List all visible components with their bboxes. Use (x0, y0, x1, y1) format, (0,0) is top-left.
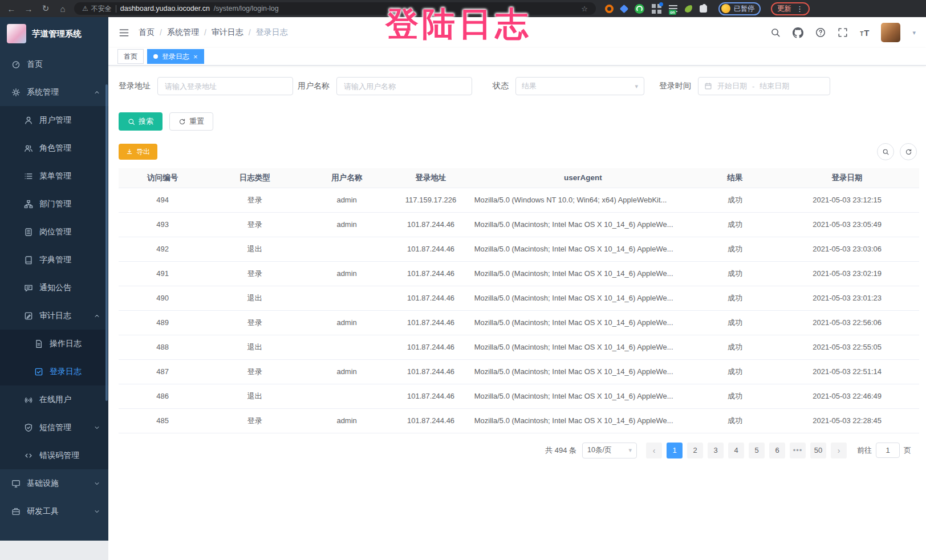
fullscreen-icon[interactable] (838, 27, 848, 38)
sidebar-item-role-management[interactable]: 角色管理 (0, 134, 108, 162)
browser-home-icon[interactable]: ⌂ (57, 4, 68, 14)
avatar-caret-down-icon[interactable]: ▾ (912, 29, 916, 36)
help-icon[interactable] (815, 27, 826, 38)
sidebar-item-dev-tools[interactable]: 研发工具 (0, 497, 108, 525)
table-row[interactable]: 489登录admin101.87.244.46Mozilla/5.0 (Maci… (119, 310, 919, 335)
users-icon (24, 144, 33, 153)
reset-button[interactable]: 重置 (169, 112, 213, 131)
bookmark-star-icon[interactable]: ☆ (581, 5, 588, 13)
sidebar-item-label: 基础设施 (27, 478, 59, 489)
app-logo-row[interactable]: 芋道管理系统 (0, 17, 108, 50)
table-row[interactable]: 485登录admin101.87.244.46Mozilla/5.0 (Maci… (119, 408, 919, 433)
sidebar-item-dict-management[interactable]: 字典管理 (0, 246, 108, 274)
wellness-extension-icon[interactable] (635, 4, 644, 14)
puzzle-extension-icon[interactable] (700, 5, 707, 13)
table-row[interactable]: 490退出101.87.244.46Mozilla/5.0 (Macintosh… (119, 286, 919, 310)
sidebar-item-audit-log[interactable]: 审计日志 (0, 302, 108, 330)
search-button[interactable]: 搜索 (119, 112, 163, 131)
pagination-page-button[interactable]: 50 (810, 443, 826, 458)
column-header-5[interactable]: userAgent (471, 168, 695, 188)
browser-back-icon[interactable]: ← (6, 4, 17, 14)
chevron-down-icon (94, 508, 100, 515)
tab-close-icon[interactable]: × (193, 52, 198, 61)
status-select[interactable]: 结果 ▾ (515, 77, 644, 95)
pagination-page-button[interactable]: 6 (769, 443, 785, 458)
pagination-page-button[interactable]: 1 (667, 443, 683, 458)
sidebar-item-menu-management[interactable]: 菜单管理 (0, 162, 108, 190)
adblock-extension-icon[interactable] (605, 5, 614, 13)
pagination-page-button[interactable]: 5 (749, 443, 765, 458)
leaf-extension-icon[interactable] (685, 5, 692, 13)
tab-login-log[interactable]: 登录日志× (147, 49, 204, 64)
table-row[interactable]: 492退出101.87.244.46Mozilla/5.0 (Macintosh… (119, 237, 919, 261)
profile-paused-chip[interactable]: 已暂停 (718, 2, 761, 15)
filter-form: 登录地址 用户名称 状态 结果 ▾ 登录时间 开始日期 - 结束日期 (119, 77, 919, 95)
sidebar-item-label: 在线用户 (39, 395, 71, 405)
sidebar-item-system-management[interactable]: 系统管理 (0, 78, 108, 106)
calendar-icon (704, 82, 712, 90)
column-header-4[interactable]: 登录地址 (391, 168, 470, 188)
browser-forward-icon[interactable]: → (23, 4, 34, 14)
sidebar-item-notice-announcement[interactable]: 通知公告 (0, 274, 108, 302)
pagination-page-button[interactable]: 2 (687, 443, 703, 458)
column-header-1[interactable]: 访问编号 (119, 168, 206, 188)
jump-suffix: 页 (904, 445, 911, 456)
search-icon[interactable] (770, 27, 781, 38)
breadcrumb-item[interactable]: 登录日志 (256, 27, 288, 38)
tab-home[interactable]: 首页 (117, 49, 144, 64)
sidebar-item-user-management[interactable]: 用户管理 (0, 106, 108, 134)
pagination-page-button[interactable]: 4 (728, 443, 744, 458)
sidebar-item-post-management[interactable]: 岗位管理 (0, 218, 108, 246)
column-header-3[interactable]: 用户名称 (303, 168, 391, 188)
breadcrumb-item[interactable]: 首页 (139, 27, 155, 38)
table-row[interactable]: 486退出101.87.244.46Mozilla/5.0 (Macintosh… (119, 384, 919, 408)
browser-menu-icon[interactable]: ⋮ (796, 5, 803, 13)
sidebar-item-error-code-management[interactable]: 错误码管理 (0, 441, 108, 469)
sidebar-menu: 首页系统管理用户管理角色管理菜单管理部门管理岗位管理字典管理通知公告审计日志操作… (0, 50, 108, 525)
breadcrumb-item[interactable]: 审计日志 (212, 27, 243, 38)
username-input[interactable] (336, 77, 472, 95)
hamburger-icon[interactable] (119, 27, 129, 38)
pagination-prev-button[interactable]: ‹ (646, 443, 662, 458)
table-row[interactable]: 487登录admin101.87.244.46Mozilla/5.0 (Maci… (119, 359, 919, 384)
tab-manager-extension-icon[interactable]: on (669, 5, 677, 12)
table-row[interactable]: 488退出101.87.244.46Mozilla/5.0 (Macintosh… (119, 335, 919, 359)
column-header-2[interactable]: 日志类型 (206, 168, 302, 188)
sidebar-item-home[interactable]: 首页 (0, 50, 108, 78)
sidebar-item-infrastructure[interactable]: 基础设施 (0, 469, 108, 497)
pagination-next-button[interactable]: › (831, 443, 847, 458)
sidebar-item-label: 审计日志 (39, 311, 71, 321)
column-header-6[interactable]: 结果 (695, 168, 775, 188)
page-size-select[interactable]: 10条/页 ▾ (582, 443, 637, 458)
gem-extension-icon[interactable] (620, 4, 629, 13)
breadcrumb: 首页/系统管理/审计日志/登录日志 (139, 27, 288, 38)
table-cell: Mozilla/5.0 (Macintosh; Intel Mac OS X 1… (471, 359, 695, 384)
github-icon[interactable] (793, 27, 803, 38)
font-size-icon[interactable]: TT (860, 29, 869, 37)
pagination-ellipsis[interactable]: ••• (790, 443, 806, 458)
jump-page-input[interactable] (876, 443, 900, 458)
grid-extension-icon[interactable] (652, 4, 661, 14)
refresh-table-button[interactable] (900, 143, 917, 160)
breadcrumb-item[interactable]: 系统管理 (167, 27, 199, 38)
browser-update-button[interactable]: 更新 ⋮ (771, 2, 810, 15)
sidebar-item-online-users[interactable]: 在线用户 (0, 385, 108, 413)
not-secure-warning[interactable]: ⚠ 不安全 (82, 4, 112, 14)
table-row[interactable]: 491登录admin101.87.244.46Mozilla/5.0 (Maci… (119, 261, 919, 286)
user-avatar[interactable] (881, 23, 900, 42)
login-address-input[interactable] (157, 77, 293, 95)
hide-search-button[interactable] (877, 143, 894, 160)
table-row[interactable]: 493登录admin101.87.244.46Mozilla/5.0 (Maci… (119, 212, 919, 237)
sidebar-item-login-log[interactable]: 登录日志 (0, 358, 108, 385)
table-cell: 退出 (206, 384, 302, 408)
browser-reload-icon[interactable]: ↻ (40, 3, 51, 14)
export-button[interactable]: 导出 (119, 144, 157, 160)
sidebar-item-sms-management[interactable]: 短信管理 (0, 413, 108, 441)
table-row[interactable]: 494登录admin117.159.17.226Mozilla/5.0 (Win… (119, 188, 919, 212)
sidebar-item-operation-log[interactable]: 操作日志 (0, 330, 108, 358)
column-header-7[interactable]: 登录日期 (775, 168, 919, 188)
pagination-page-button[interactable]: 3 (708, 443, 724, 458)
sidebar-scrollbar[interactable] (105, 84, 108, 401)
sidebar-item-dept-management[interactable]: 部门管理 (0, 190, 108, 218)
login-time-range-picker[interactable]: 开始日期 - 结束日期 (698, 77, 830, 95)
